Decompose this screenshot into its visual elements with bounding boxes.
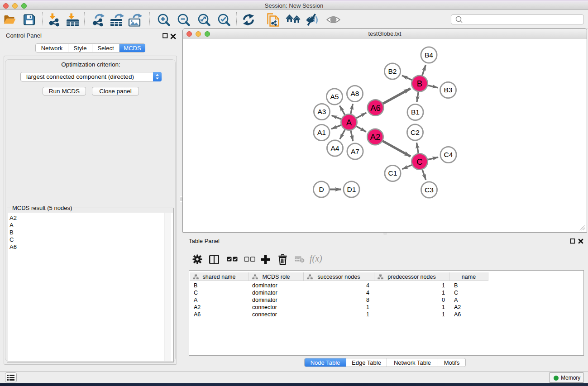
svg-text:C3: C3 xyxy=(425,186,434,194)
svg-text:A6: A6 xyxy=(370,103,381,113)
svg-text:A4: A4 xyxy=(331,144,339,152)
svg-text:A5: A5 xyxy=(330,93,339,100)
svg-text:B4: B4 xyxy=(425,51,433,59)
svg-text:B2: B2 xyxy=(388,67,397,75)
svg-text:A2: A2 xyxy=(370,132,381,142)
svg-text:B3: B3 xyxy=(444,86,453,94)
svg-text:A3: A3 xyxy=(318,108,326,115)
svg-text:D: D xyxy=(319,186,324,193)
svg-text:C4: C4 xyxy=(444,151,453,158)
svg-text:D1: D1 xyxy=(347,186,356,193)
svg-text:C2: C2 xyxy=(411,129,420,136)
svg-text:A: A xyxy=(346,118,352,127)
svg-text:B1: B1 xyxy=(411,108,420,116)
svg-text:A7: A7 xyxy=(351,148,359,155)
svg-text:A8: A8 xyxy=(351,90,359,97)
svg-text:C1: C1 xyxy=(388,169,397,177)
svg-text:A1: A1 xyxy=(317,129,326,136)
svg-text:C: C xyxy=(416,157,422,167)
svg-text:B: B xyxy=(417,79,422,88)
